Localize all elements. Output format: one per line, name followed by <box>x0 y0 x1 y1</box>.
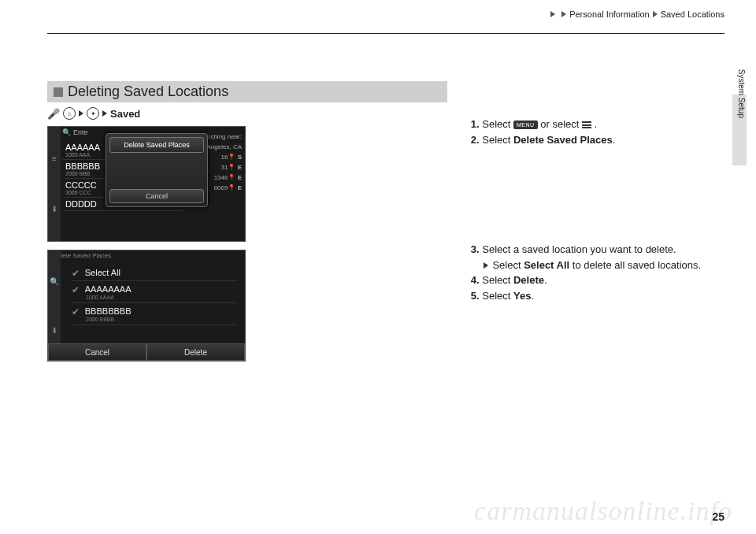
delete-button[interactable]: Delete <box>146 343 245 361</box>
checkmark-icon: ✔ <box>72 268 80 279</box>
list-item-subtitle: 2000 BBBB <box>86 317 237 322</box>
step-text: to delete all saved locations. <box>569 259 701 271</box>
delete-saved-places-option[interactable]: Delete Saved Places <box>109 137 204 153</box>
checkmark-icon: ✔ <box>72 306 80 317</box>
screenshot-bottom-buttons: Cancel Delete <box>48 343 245 361</box>
list-item[interactable]: ✔ Select All <box>72 265 237 281</box>
row-direction: E <box>238 184 242 191</box>
search-placeholder: Ente <box>73 128 88 136</box>
step-text: Select a saved location you want to dele… <box>482 243 676 255</box>
chevron-right-icon <box>484 262 488 269</box>
step-text: . <box>613 134 616 146</box>
breadcrumb-item: Personal Information <box>569 9 650 19</box>
list-item-subtitle: 1000 AAAA <box>86 295 237 300</box>
step-text: or select <box>540 118 582 130</box>
step-text: . <box>595 118 598 130</box>
search-icon: 🔍 <box>50 277 59 286</box>
step-text: Select <box>482 134 513 146</box>
row-direction: S <box>238 154 242 161</box>
row-distance: 1346 <box>214 174 228 181</box>
row-direction: E <box>238 164 242 171</box>
section-title: Deleting Saved Locations <box>68 83 228 100</box>
square-bullet-icon <box>54 87 63 97</box>
step-bold: Delete <box>513 274 544 286</box>
manual-page: Personal Information Saved Locations Sys… <box>0 0 756 534</box>
screenshot-sidebar: ≡ ⬇ <box>48 127 61 241</box>
down-arrow-icon: ⬇ <box>51 326 57 335</box>
control-path: 🎤 ⌂ ✦ Saved <box>47 107 447 120</box>
nav-circle-icon: ✦ <box>87 107 99 120</box>
popup-menu: Delete Saved Places Cancel <box>106 133 208 207</box>
chevron-right-icon <box>561 11 566 17</box>
row-distance: 31 <box>221 164 228 171</box>
screenshot-saved-places-menu: ≡ ⬇ 🔍 Ente Searching near: Los Angeles, … <box>47 126 246 242</box>
step-1: 1. Select MENU or select . <box>471 117 724 132</box>
chevron-right-icon <box>653 11 658 17</box>
step-3-sub: Select Select All to delete all saved lo… <box>484 258 724 273</box>
row-direction: E <box>238 174 242 181</box>
menu-icon: ≡ <box>52 154 57 163</box>
step-text: Select <box>492 259 524 271</box>
navpath-saved-label: Saved <box>110 108 140 120</box>
step-text: . <box>531 290 534 302</box>
step-2: 2. Select Delete Saved Places. <box>471 133 724 147</box>
chevron-right-icon <box>102 110 107 117</box>
row-distance: 16 <box>221 154 228 161</box>
chevron-right-icon <box>550 11 555 17</box>
screenshot-title: Delete Saved Places <box>53 252 111 259</box>
breadcrumb: Personal Information Saved Locations <box>47 9 724 19</box>
voice-icon: 🎤 <box>47 108 60 120</box>
cancel-button[interactable]: Cancel <box>48 343 146 361</box>
breadcrumb-item: Saved Locations <box>661 9 724 19</box>
step-text: Select <box>482 118 513 130</box>
step-bold: Delete Saved Places <box>513 134 613 146</box>
list-item-title: Select All <box>85 268 120 277</box>
checkmark-icon: ✔ <box>72 284 80 295</box>
row-distance: 6069 <box>214 184 228 191</box>
section-heading: Deleting Saved Locations <box>47 81 447 102</box>
watermark: carmanualsonline.info <box>474 496 732 526</box>
step-text: Select <box>482 290 513 302</box>
step-3: 3. Select a saved location you want to d… <box>471 243 724 257</box>
divider <box>47 33 724 34</box>
step-bold: Yes <box>513 290 531 302</box>
hamburger-icon <box>582 121 591 130</box>
list-item-title: AAAAAAAA <box>85 284 132 294</box>
step-text: Select <box>482 274 513 286</box>
screenshot-delete-saved-places: Delete Saved Places 🔍 ⬇ ✔ Select All ✔ A… <box>47 250 246 362</box>
list-item-title: BBBBBBBB <box>85 306 132 316</box>
step-text: . <box>544 274 547 286</box>
chevron-right-icon <box>79 110 83 117</box>
screenshot-delete-list: ✔ Select All ✔ AAAAAAAA 1000 AAAA ✔ BBBB… <box>72 265 237 325</box>
list-item[interactable]: ✔ AAAAAAAA 1000 AAAA <box>72 281 237 303</box>
screenshot-search-bar: 🔍 Ente <box>62 128 88 136</box>
home-circle-icon: ⌂ <box>63 107 76 120</box>
list-item[interactable]: ✔ BBBBBBBB 2000 BBBB <box>72 303 237 325</box>
down-arrow-icon: ⬇ <box>51 205 57 213</box>
search-icon: 🔍 <box>62 128 71 136</box>
step-5: 5. Select Yes. <box>471 289 724 303</box>
step-4: 4. Select Delete. <box>471 273 724 287</box>
popup-cancel-button[interactable]: Cancel <box>109 189 204 203</box>
chapter-tab-label: System Setup <box>737 69 746 118</box>
step-bold: Select All <box>524 259 569 271</box>
menu-button-icon: MENU <box>513 121 538 129</box>
page-number: 25 <box>712 510 724 523</box>
